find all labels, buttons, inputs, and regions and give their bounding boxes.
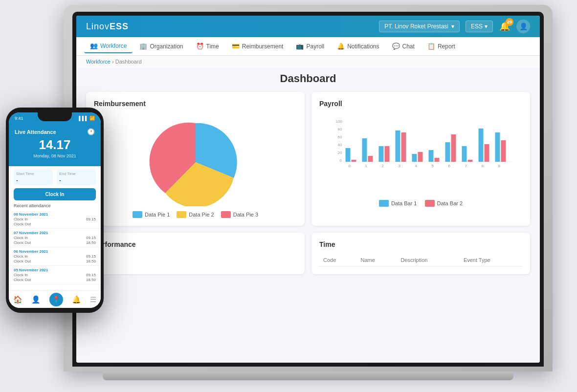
bar-color-1	[379, 200, 389, 207]
chevron-down-icon: ▾	[451, 23, 454, 30]
logo-bold: ESS	[110, 22, 129, 31]
phone-time: 9:41	[15, 116, 23, 121]
attendance-item-1: 08 November 2021 Clock In 09.15 Clock Ou…	[9, 210, 101, 229]
pie-legend-1: Data Pie 1	[133, 211, 170, 218]
col-description: Description	[397, 254, 459, 266]
svg-rect-13	[379, 146, 384, 162]
attendance-list: 08 November 2021 Clock In 09.15 Clock Ou…	[9, 210, 101, 290]
att-row-3-out: Clock Out 18.50	[14, 259, 96, 263]
bar-label-2: Data Bar 2	[437, 200, 463, 206]
att-clockin-label-3: Clock In	[14, 254, 28, 259]
att-row-4-out: Clock Out 18.50	[14, 278, 96, 282]
phone-attendance-icon[interactable]: 📍	[49, 293, 63, 306]
breadcrumb-current: Dashboard	[115, 59, 142, 65]
bar-color-2	[425, 200, 435, 207]
laptop-base	[103, 371, 513, 380]
svg-text:0: 0	[340, 158, 342, 163]
svg-text:7: 7	[465, 164, 467, 168]
phone-menu-icon[interactable]: ☰	[90, 295, 96, 304]
att-clockout-label-2: Clock Out	[14, 240, 31, 245]
clock-in-button[interactable]: Clock In	[14, 188, 96, 200]
breadcrumb-parent[interactable]: Workforce	[86, 59, 111, 65]
att-date-4: 05 November 2021	[14, 268, 96, 272]
svg-rect-14	[385, 146, 390, 162]
nav-time[interactable]: ⏰ Time	[190, 40, 225, 53]
svg-rect-25	[445, 142, 450, 162]
history-icon[interactable]: 🕐	[87, 128, 95, 135]
att-date-1: 08 November 2021	[14, 212, 96, 217]
role-label: ESS	[471, 23, 483, 30]
notifications-nav-icon: 🔔	[337, 43, 345, 50]
nav-reimbursement[interactable]: 💳 Reimbursement	[226, 40, 289, 53]
nav-payroll-label: Payroll	[306, 43, 324, 50]
laptop-screen: LinovESS PT. Linov Roket Prestasi ▾ ESS …	[76, 16, 540, 363]
laptop-device: LinovESS PT. Linov Roket Prestasi ▾ ESS …	[64, 5, 553, 371]
bar-legend-1: Data Bar 1	[379, 200, 417, 207]
phone-clock-display: 14.17	[15, 137, 95, 152]
svg-rect-22	[429, 150, 434, 162]
att-clockin-label: Clock In	[14, 217, 28, 221]
svg-rect-10	[362, 138, 367, 162]
pie-color-3	[221, 211, 231, 218]
svg-rect-7	[346, 148, 351, 162]
nav-reimbursement-label: Reimbursement	[242, 43, 284, 50]
att-clockin-val-1: 09.15	[86, 217, 96, 221]
notification-bell-icon[interactable]: 🔔 29	[499, 21, 510, 32]
svg-text:20: 20	[338, 151, 342, 155]
phone-header-title: Live Attendance	[15, 129, 56, 135]
time-icon: ⏰	[196, 43, 204, 50]
nav-time-label: Time	[206, 43, 219, 50]
att-row-3-in: Clock In 09.15	[14, 254, 96, 259]
notification-badge: 29	[506, 18, 513, 26]
nav-notifications-label: Notifications	[347, 43, 379, 50]
svg-rect-29	[468, 160, 473, 162]
attendance-item-2: 07 November 2021 Clock In 09.15 Clock Ou…	[9, 229, 101, 247]
svg-text:80: 80	[338, 127, 342, 131]
phone-device: 9:41 ▌▌▌ 📶 Live Attendance 🕐 14.17 Monda…	[6, 108, 104, 313]
pie-label-3: Data Pie 3	[233, 212, 258, 218]
phone-signal-icon: ▌▌▌ 📶	[79, 116, 95, 121]
att-row-1-out: Clock Out	[14, 222, 96, 226]
time-table: Code Name Description Event Type	[319, 254, 522, 266]
nav-report-label: Report	[438, 43, 455, 50]
phone-end-time-field: End Time -	[57, 169, 96, 185]
chat-icon: 💬	[392, 43, 400, 50]
nav-payroll[interactable]: 📺 Payroll	[290, 40, 330, 53]
company-selector[interactable]: PT. Linov Roket Prestasi ▾	[379, 21, 460, 32]
phone-date-display: Monday, 08 Nov 2021	[15, 153, 95, 158]
svg-text:3: 3	[399, 164, 401, 168]
phone-profile-icon[interactable]: 👤	[31, 295, 41, 304]
att-clockin-val-4: 09.15	[86, 273, 96, 277]
phone-start-time-val: -	[16, 177, 50, 183]
att-date-3: 06 November 2021	[14, 249, 96, 254]
nav-workforce[interactable]: 👥 Workforce	[84, 39, 133, 53]
att-clockout-label-3: Clock Out	[14, 259, 31, 263]
att-row-2-in: Clock In 09.15	[14, 236, 96, 240]
nav-chat[interactable]: 💬 Chat	[386, 40, 421, 53]
att-clockin-val-3: 09.15	[86, 254, 96, 259]
svg-text:40: 40	[338, 143, 342, 147]
nav-notifications[interactable]: 🔔 Notifications	[331, 40, 385, 53]
pie-color-1	[133, 211, 142, 218]
phone-home-icon[interactable]: 🏠	[13, 295, 22, 304]
role-selector[interactable]: ESS ▾	[466, 21, 493, 32]
att-clockout-val-4: 18.50	[86, 278, 96, 282]
phone-bottom-nav: 🏠 👤 📍 🔔 ☰	[9, 290, 101, 308]
main-content: Dashboard Reimbursement	[76, 67, 540, 363]
recent-attendance-title: Recent attendance	[9, 203, 101, 210]
nav-chat-label: Chat	[402, 43, 415, 50]
nav-organization[interactable]: 🏢 Organization	[133, 40, 189, 53]
payroll-icon: 📺	[296, 43, 304, 50]
att-clockout-label: Clock Out	[14, 222, 31, 226]
svg-text:6: 6	[448, 164, 451, 168]
svg-rect-23	[435, 158, 440, 162]
att-clockin-label-2: Clock In	[14, 236, 28, 240]
bar-chart: 100 80 60 40 20 0	[319, 116, 522, 194]
user-avatar[interactable]: 👤	[516, 20, 530, 33]
phone-bell-icon[interactable]: 🔔	[72, 295, 81, 304]
pie-label-2: Data Pie 2	[189, 212, 214, 218]
att-clockin-label-4: Clock In	[14, 273, 28, 277]
reimbursement-title: Reimbursement	[94, 100, 297, 108]
att-row-4-in: Clock In 09.15	[14, 273, 96, 277]
nav-report[interactable]: 📋 Report	[422, 40, 461, 53]
